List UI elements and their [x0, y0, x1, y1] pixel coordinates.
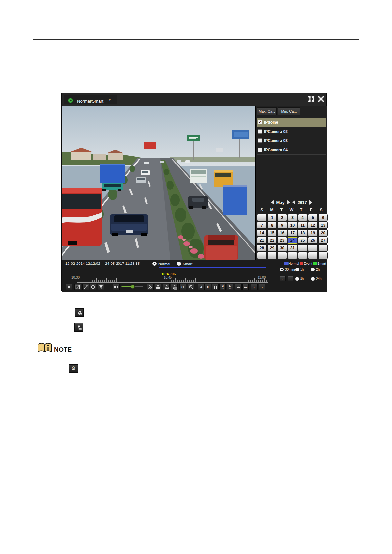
- fast-forward-button[interactable]: ▶▶: [242, 284, 249, 290]
- calendar-day: [318, 244, 328, 251]
- calendar-day[interactable]: 28: [257, 244, 267, 251]
- prev-year-button[interactable]: [292, 200, 295, 205]
- previous-file-button[interactable]: ‹: [251, 284, 258, 290]
- weekday-label: T: [297, 207, 306, 213]
- calendar-day[interactable]: 22: [267, 237, 277, 244]
- video-canvas[interactable]: [62, 106, 255, 260]
- calendar-day[interactable]: 26: [308, 237, 318, 244]
- weekday-label: M: [267, 207, 276, 213]
- draw-area-button[interactable]: [74, 284, 81, 290]
- calendar-day[interactable]: 19: [308, 229, 318, 236]
- playback-controls: 12-02-2014 12:12:02 -- 24-05-2017 11:28:…: [62, 260, 327, 292]
- next-year-button[interactable]: [309, 200, 312, 205]
- interval-radio-2h[interactable]: 2h: [311, 268, 320, 271]
- clip-start-button[interactable]: [147, 284, 154, 290]
- slow-forward-button[interactable]: ◀◀: [235, 284, 242, 290]
- camera-list-item[interactable]: ✓IPdome: [257, 118, 326, 127]
- calendar-grid: 1234567891011121314151617181920212223242…: [257, 214, 327, 259]
- stop-button[interactable]: ■: [204, 284, 211, 290]
- timeline-playhead[interactable]: [160, 272, 160, 282]
- calendar-day[interactable]: 13: [318, 222, 328, 229]
- calendar-day[interactable]: 30: [277, 244, 287, 251]
- camera-list-item[interactable]: IPCamera 03: [257, 136, 326, 145]
- step-back-button[interactable]: ◀30s: [219, 284, 226, 290]
- calendar-day-selected[interactable]: 24: [288, 237, 297, 244]
- calendar-day: [267, 252, 277, 259]
- prev-month-button[interactable]: [271, 200, 274, 205]
- filter-button[interactable]: [98, 284, 104, 290]
- camera-checkbox[interactable]: ✓: [258, 120, 262, 124]
- mode-radio-normal[interactable]: Normal: [152, 262, 170, 266]
- calendar-day[interactable]: 8: [267, 222, 277, 229]
- radio-icon: [295, 268, 299, 271]
- calendar-day[interactable]: 15: [267, 229, 277, 236]
- full-screen-button[interactable]: [66, 284, 72, 290]
- timeline-progress-bar[interactable]: [159, 267, 266, 268]
- calendar-day[interactable]: 11: [298, 222, 307, 229]
- next-month-button[interactable]: [287, 200, 290, 205]
- interval-label: 2h: [316, 268, 320, 271]
- digital-zoom-button[interactable]: [188, 284, 194, 290]
- max-camera-button[interactable]: Max. Ca...: [257, 107, 277, 115]
- fullscreen-button[interactable]: [308, 95, 315, 103]
- interval-radio-1h[interactable]: 1h: [295, 268, 304, 271]
- add-default-tag-button[interactable]: [163, 284, 170, 290]
- step-forward-icon: ▶30s: [229, 285, 231, 289]
- close-button[interactable]: [317, 95, 325, 103]
- calendar-day[interactable]: 5: [308, 214, 318, 221]
- camera-label: IPCamera 04: [264, 148, 288, 152]
- calendar-day[interactable]: 6: [318, 214, 328, 221]
- reverse-play-button[interactable]: ◀: [198, 284, 204, 290]
- slow-forward-icon: ◀◀: [237, 286, 240, 288]
- calendar-day[interactable]: 3: [288, 214, 297, 221]
- calendar-day[interactable]: 4: [298, 214, 307, 221]
- calendar-day[interactable]: 17: [288, 229, 297, 236]
- fast-forward-icon: ▶▶: [244, 286, 247, 288]
- calendar-day[interactable]: 1: [267, 214, 277, 221]
- note-callout: NOTE: [37, 342, 72, 354]
- mode-radio-smart[interactable]: Smart: [177, 262, 192, 266]
- weekday-label: S: [316, 207, 326, 213]
- camera-checkbox[interactable]: [258, 129, 262, 134]
- calendar-day[interactable]: 9: [277, 222, 287, 229]
- step-forward-button[interactable]: ▶30s: [227, 284, 233, 290]
- interval-radio-30mins[interactable]: 30mins: [280, 268, 296, 271]
- calendar-day[interactable]: 18: [298, 229, 307, 236]
- calendar-day: [277, 252, 287, 259]
- calendar-day[interactable]: 31: [288, 244, 297, 251]
- min-camera-button[interactable]: Min. Ca...: [278, 107, 300, 115]
- calendar-day[interactable]: 16: [277, 229, 287, 236]
- draw-quadrilateral-button[interactable]: [90, 284, 96, 290]
- camera-list-item[interactable]: IPCamera 04: [257, 145, 326, 155]
- add-custom-tag-button[interactable]: [171, 284, 178, 290]
- calendar-day[interactable]: 2: [277, 214, 287, 221]
- calendar-day[interactable]: 23: [277, 237, 287, 244]
- calendar-day[interactable]: 21: [257, 237, 267, 244]
- volume-slider-knob[interactable]: [131, 285, 135, 289]
- calendar-day[interactable]: 25: [298, 237, 307, 244]
- calendar-day[interactable]: 12: [308, 222, 318, 229]
- timeline-page-forward-button[interactable]: →: [288, 276, 293, 281]
- next-file-button[interactable]: ›: [259, 284, 265, 290]
- interval-radio-8h[interactable]: 8h: [295, 277, 304, 281]
- calendar-day[interactable]: 10: [288, 222, 297, 229]
- calendar-day[interactable]: 27: [318, 237, 328, 244]
- pause-button[interactable]: [212, 284, 219, 290]
- timeline-page-back-button[interactable]: ←: [280, 276, 286, 281]
- lock-file-button[interactable]: [155, 284, 161, 290]
- timeline-ruler[interactable]: [77, 278, 268, 283]
- calendar-day[interactable]: 7: [257, 222, 267, 229]
- calendar-day[interactable]: 20: [318, 229, 328, 236]
- draw-line-button[interactable]: [82, 284, 89, 290]
- playback-mode-dropdown[interactable]: Normal/Smart ˅: [64, 95, 117, 104]
- calendar-day[interactable]: 14: [257, 229, 267, 236]
- camera-list-item[interactable]: IPCamera 02: [257, 127, 326, 136]
- side-panel: Max. Ca... Min. Ca... ✓IPdomeIPCamera 02…: [255, 106, 327, 260]
- file-management-button[interactable]: ⚙: [179, 284, 186, 290]
- interval-radio-24h[interactable]: 24h: [311, 277, 322, 281]
- calendar-day[interactable]: 29: [267, 244, 277, 251]
- camera-checkbox[interactable]: [258, 148, 262, 152]
- weekday-label: T: [277, 207, 286, 213]
- mute-speaker-button[interactable]: [113, 284, 120, 290]
- camera-checkbox[interactable]: [258, 138, 262, 143]
